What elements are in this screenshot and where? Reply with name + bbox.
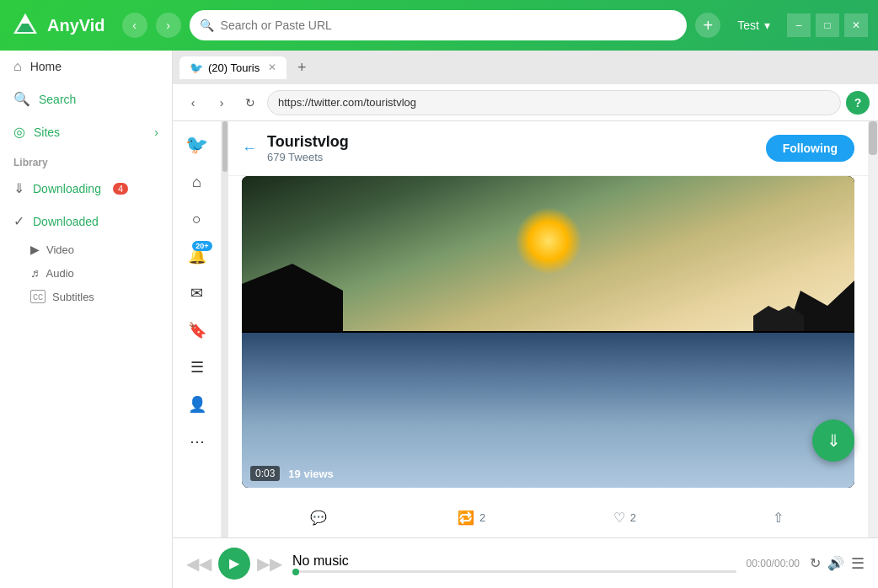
twitter-home-icon[interactable]: ⌂ (180, 165, 214, 199)
sidebar-subitem-audio-label: Audio (46, 267, 74, 280)
sidebar-item-downloading[interactable]: ⇓ Downloading 4 (0, 172, 172, 205)
tab-twitter-icon: 🐦 (190, 61, 203, 74)
video-bottom-half (242, 333, 854, 488)
sidebar-item-downloaded-label: Downloaded (33, 215, 99, 228)
maximize-button[interactable]: □ (816, 13, 839, 37)
twitter-bookmarks-icon[interactable]: 🔖 (180, 313, 214, 347)
close-button[interactable]: ✕ (844, 13, 868, 37)
twitter-notifications-icon[interactable]: 🔔 20+ (180, 239, 214, 273)
retweet-icon: 🔁 (458, 510, 474, 526)
video-views: 19 views (288, 468, 334, 480)
new-tab-button[interactable]: + (290, 56, 313, 79)
twitter-profile-icon[interactable]: 👤 (180, 388, 214, 421)
twitter-messages-icon[interactable]: ✉ (180, 276, 214, 310)
profile-info: Touristvlog 679 Tweets (267, 133, 766, 163)
prev-button[interactable]: ◀◀ (186, 553, 211, 574)
profile-tweets-count: 679 Tweets (267, 151, 766, 163)
sidebar-subitem-audio[interactable]: ♬ Audio (0, 261, 172, 285)
logo-area: AnyVid (10, 10, 105, 40)
sites-arrow-icon: › (154, 126, 158, 139)
url-input[interactable] (221, 19, 677, 32)
player-time: 00:00/00:00 (747, 558, 800, 569)
twitter-search-icon[interactable]: ○ (180, 202, 214, 236)
tab-close-button[interactable]: ✕ (268, 61, 276, 73)
twitter-more-icon[interactable]: ⋯ (180, 425, 214, 458)
minimize-button[interactable]: – (787, 13, 811, 37)
left-scrollbar-thumb[interactable] (222, 121, 228, 172)
browser-nav: ‹ › ↻ https://twitter.com/touristvlog ? (173, 84, 878, 121)
sidebar-item-home[interactable]: ⌂ Home (0, 51, 172, 83)
sidebar-item-downloading-label: Downloading (33, 182, 101, 195)
no-music-label: No music (292, 553, 736, 569)
browser-reload-button[interactable]: ↻ (238, 91, 262, 115)
app-name: AnyVid (47, 16, 105, 35)
like-count: 2 (630, 511, 636, 524)
sidebar-subitem-video-label: Video (46, 243, 74, 256)
mountain-left (242, 264, 343, 331)
tab-twitter-title: (20) Touris (208, 61, 260, 74)
app-logo-icon (10, 10, 40, 40)
library-label: Library (0, 148, 172, 172)
audio-icon: ♬ (30, 266, 40, 280)
twitter-main-content[interactable]: ← Touristvlog 679 Tweets Following (228, 121, 868, 537)
repeat-icon[interactable]: ↻ (810, 555, 821, 571)
window-controls: – □ ✕ (787, 13, 868, 37)
video-container[interactable]: 0:03 19 views (242, 176, 854, 488)
video-top-half (242, 176, 854, 331)
browser-url-bar[interactable]: https://twitter.com/touristvlog (267, 90, 841, 115)
add-tab-button[interactable]: + (695, 13, 720, 38)
like-action[interactable]: ♡ 2 (549, 503, 702, 532)
download-icon: ⇓ (827, 430, 841, 451)
player-right-controls: ↻ 🔊 ☰ (810, 554, 865, 573)
tweet-actions: 💬 🔁 2 ♡ 2 ⇧ (228, 498, 868, 537)
player-controls: ◀◀ ▶ ▶▶ (186, 548, 282, 580)
tab-twitter[interactable]: 🐦 (20) Touris ✕ (179, 56, 286, 79)
user-label: Test (737, 19, 759, 32)
twitter-logo-icon[interactable]: 🐦 (180, 128, 214, 162)
reply-action[interactable]: 💬 (242, 503, 395, 532)
follow-button[interactable]: Following (766, 135, 854, 162)
video-display (242, 176, 854, 488)
volume-icon[interactable]: 🔊 (827, 555, 844, 571)
notification-badge: 20+ (192, 241, 211, 251)
content-area: 🐦 ⌂ ○ 🔔 20+ ✉ 🔖 ☰ 👤 ⋯ (173, 121, 878, 537)
right-scrollbar[interactable] (868, 121, 878, 537)
like-icon: ♡ (613, 510, 625, 526)
retweet-count: 2 (479, 511, 485, 524)
profile-back-button[interactable]: ← (242, 140, 257, 158)
main-layout: ⌂ Home 🔍 Search ◎ Sites › Library ⇓ Down… (0, 51, 878, 588)
browser-area: 🐦 (20) Touris ✕ + ‹ › ↻ https://twitter.… (173, 51, 878, 588)
sidebar-item-downloaded[interactable]: ✓ Downloaded (0, 205, 172, 238)
bottom-player: ◀◀ ▶ ▶▶ No music 00:00/00:00 ↻ 🔊 ☰ (173, 537, 878, 588)
sidebar: ⌂ Home 🔍 Search ◎ Sites › Library ⇓ Down… (0, 51, 173, 588)
sidebar-subitem-video[interactable]: ▶ Video (0, 238, 172, 261)
share-action[interactable]: ⇧ (701, 503, 854, 532)
sites-icon: ◎ (13, 124, 25, 140)
user-menu[interactable]: Test ▾ (737, 19, 770, 32)
download-fab-button[interactable]: ⇓ (812, 420, 854, 462)
help-button[interactable]: ? (846, 91, 870, 115)
sidebar-subitem-subtitles[interactable]: cc Subtitles (0, 285, 172, 308)
twitter-lists-icon[interactable]: ☰ (180, 350, 214, 384)
profile-header: ← Touristvlog 679 Tweets Following (228, 121, 868, 176)
sidebar-item-search[interactable]: 🔍 Search (0, 83, 172, 115)
search-url-bar[interactable]: 🔍 (190, 10, 688, 40)
browser-forward-button[interactable]: › (210, 91, 233, 115)
tab-bar: 🐦 (20) Touris ✕ + (173, 51, 878, 84)
music-info-area: No music (292, 553, 736, 573)
sidebar-item-sites-label: Sites (34, 126, 60, 139)
browser-back-button[interactable]: ‹ (181, 91, 205, 115)
forward-button[interactable]: › (156, 13, 181, 38)
next-button[interactable]: ▶▶ (257, 553, 282, 574)
right-scrollbar-thumb[interactable] (869, 121, 877, 155)
sidebar-item-sites[interactable]: ◎ Sites › (0, 115, 172, 148)
left-scrollbar (222, 121, 228, 537)
retweet-action[interactable]: 🔁 2 (395, 503, 549, 532)
back-button[interactable]: ‹ (122, 13, 147, 38)
user-dropdown-icon: ▾ (764, 19, 770, 32)
progress-bar[interactable] (292, 570, 736, 573)
profile-name: Touristvlog (267, 133, 766, 151)
play-button[interactable]: ▶ (218, 548, 250, 580)
playlist-icon[interactable]: ☰ (851, 554, 865, 573)
downloaded-icon: ✓ (13, 213, 24, 229)
